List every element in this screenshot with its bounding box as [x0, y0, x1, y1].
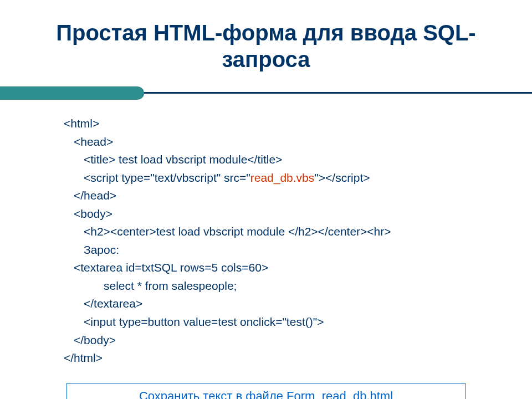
slide-title: Простая HTML-форма для ввода SQL-запроса [33, 19, 499, 73]
code-line: <body> [64, 205, 499, 223]
code-line: </head> [64, 187, 499, 205]
code-text: "></script> [314, 171, 370, 184]
code-line: <input type=button value=test onclick="t… [64, 313, 499, 331]
divider-pill [0, 86, 144, 100]
code-line: <h2><center>test load vbscript module </… [64, 223, 499, 241]
code-line: Зарос: [64, 241, 499, 259]
code-line: <script type="text/vbscript" src="read_d… [64, 169, 499, 187]
code-line: select * from salespeople; [64, 277, 499, 295]
code-highlight: read_db.vbs [250, 171, 315, 184]
code-line: <textarea id=txtSQL rows=5 cols=60> [64, 259, 499, 277]
divider [0, 85, 532, 101]
code-line: <html> [64, 115, 499, 133]
code-line: </html> [64, 349, 499, 367]
slide: Простая HTML-форма для ввода SQL-запроса… [0, 0, 532, 399]
code-block: <html> <head> <title> test load vbscript… [0, 101, 532, 373]
code-line: </body> [64, 331, 499, 350]
code-line: </textarea> [64, 295, 499, 313]
title-area: Простая HTML-форма для ввода SQL-запроса [0, 0, 532, 81]
code-line: <title> test load vbscript module</title… [64, 151, 499, 169]
code-text: <script type="text/vbscript" src=" [84, 171, 250, 184]
code-line: <head> [64, 133, 499, 151]
footer-note: Сохранить текст в файле Form_read_db.htm… [66, 383, 466, 399]
